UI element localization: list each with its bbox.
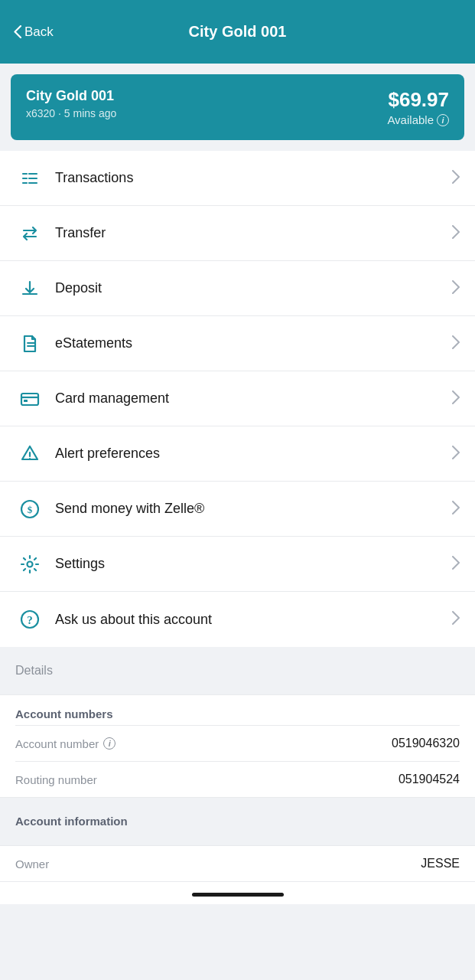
account-number-value: 0519046320 bbox=[392, 737, 460, 750]
svg-text:?: ? bbox=[27, 614, 33, 626]
available-label: Available bbox=[387, 113, 434, 126]
account-info-group: Owner JESSE bbox=[0, 845, 475, 882]
chevron-right-icon bbox=[452, 611, 460, 628]
svg-point-12 bbox=[29, 458, 31, 459]
menu-item-alert-preferences[interactable]: Alert preferences bbox=[0, 426, 475, 482]
zelle-icon: $ bbox=[15, 498, 44, 520]
chevron-right-icon bbox=[452, 335, 460, 352]
chevron-right-icon bbox=[452, 280, 460, 297]
account-numbers-group: Account numbers Account number i 0519046… bbox=[0, 694, 475, 798]
routing-number-value: 051904524 bbox=[399, 773, 460, 786]
account-info-section: Account information bbox=[0, 798, 475, 835]
owner-row: Owner JESSE bbox=[15, 846, 460, 881]
menu-item-estatements[interactable]: eStatements bbox=[0, 316, 475, 371]
menu-label-estatements: eStatements bbox=[55, 335, 452, 351]
header-title: City Gold 001 bbox=[189, 23, 287, 41]
back-button[interactable]: Back bbox=[14, 24, 54, 40]
alert-icon bbox=[15, 443, 44, 465]
owner-label: Owner bbox=[15, 858, 49, 871]
menu-label-settings: Settings bbox=[55, 556, 452, 572]
owner-value: JESSE bbox=[421, 857, 460, 871]
header: Back City Gold 001 bbox=[0, 0, 475, 64]
menu-item-transfer[interactable]: Transfer bbox=[0, 206, 475, 261]
account-sub: x6320 · 5 mins ago bbox=[26, 107, 116, 119]
menu-label-ask-us: Ask us about this account bbox=[55, 612, 452, 628]
help-icon: ? bbox=[15, 609, 44, 630]
deposit-icon bbox=[15, 278, 44, 299]
account-numbers-title: Account numbers bbox=[15, 695, 460, 726]
routing-number-label: Routing number bbox=[15, 773, 97, 786]
menu-item-settings[interactable]: Settings bbox=[0, 537, 475, 592]
chevron-right-icon bbox=[452, 225, 460, 242]
account-info-title: Account information bbox=[15, 815, 128, 828]
account-card-left: City Gold 001 x6320 · 5 mins ago bbox=[26, 88, 116, 119]
account-card-right: $69.97 Available i bbox=[387, 88, 449, 126]
back-label: Back bbox=[24, 24, 54, 40]
account-card: City Gold 001 x6320 · 5 mins ago $69.97 … bbox=[11, 74, 464, 140]
details-section: Details bbox=[0, 647, 475, 684]
menu-item-send-money-zelle[interactable]: $ Send money with Zelle® bbox=[0, 482, 475, 537]
menu-item-deposit[interactable]: Deposit bbox=[0, 261, 475, 316]
menu-label-deposit: Deposit bbox=[55, 280, 452, 296]
svg-text:$: $ bbox=[28, 504, 33, 515]
menu-item-transactions[interactable]: Transactions bbox=[0, 151, 475, 206]
transfer-icon bbox=[15, 223, 44, 244]
available-info-icon[interactable]: i bbox=[437, 114, 449, 126]
svg-rect-10 bbox=[24, 400, 28, 402]
svg-point-15 bbox=[28, 561, 33, 567]
menu-label-alert-preferences: Alert preferences bbox=[55, 446, 452, 462]
account-number-info-icon[interactable]: i bbox=[103, 737, 115, 750]
menu-item-ask-us[interactable]: ? Ask us about this account bbox=[0, 592, 475, 647]
details-title: Details bbox=[15, 664, 53, 677]
document-icon bbox=[15, 333, 44, 354]
account-number-row: Account number i 0519046320 bbox=[15, 726, 460, 762]
account-number-label: Account number i bbox=[15, 737, 115, 750]
svg-rect-8 bbox=[21, 394, 38, 405]
card-icon bbox=[15, 388, 44, 410]
routing-number-row: Routing number 051904524 bbox=[15, 762, 460, 797]
chevron-right-icon bbox=[452, 170, 460, 187]
chevron-right-icon bbox=[452, 501, 460, 518]
home-indicator bbox=[192, 893, 284, 897]
list-icon bbox=[15, 168, 44, 189]
menu-label-send-money-zelle: Send money with Zelle® bbox=[55, 501, 452, 517]
menu-item-card-management[interactable]: Card management bbox=[0, 371, 475, 426]
settings-icon bbox=[15, 554, 44, 575]
chevron-right-icon bbox=[452, 446, 460, 462]
menu-label-transactions: Transactions bbox=[55, 170, 452, 186]
menu-label-card-management: Card management bbox=[55, 390, 452, 407]
account-name: City Gold 001 bbox=[26, 88, 116, 104]
bottom-pill-area bbox=[0, 882, 475, 904]
menu-list: Transactions Transfer Deposit bbox=[0, 151, 475, 647]
account-balance: $69.97 bbox=[387, 88, 449, 112]
account-available: Available i bbox=[387, 113, 449, 126]
chevron-right-icon bbox=[452, 390, 460, 407]
menu-label-transfer: Transfer bbox=[55, 225, 452, 241]
chevron-right-icon bbox=[452, 556, 460, 573]
